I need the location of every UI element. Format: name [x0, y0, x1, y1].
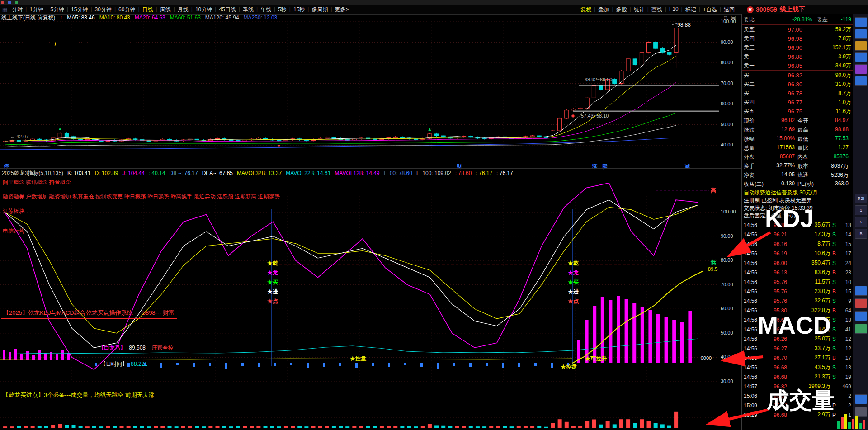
- volume-chart[interactable]: [0, 406, 741, 429]
- kongpan-marker-2: ★控盘: [561, 363, 577, 371]
- side-tool-icon[interactable]: [855, 41, 867, 51]
- bid-row[interactable]: 买一96.8290.0万: [742, 71, 853, 80]
- kdj-header-field: MAVOL32B: 13.37: [237, 170, 282, 176]
- period-item-5分钟[interactable]: 5分钟: [48, 6, 66, 14]
- period-item-5秒[interactable]: 5秒: [276, 6, 289, 14]
- tick-flag: S: [830, 364, 838, 371]
- side-tool-icon[interactable]: [855, 286, 867, 296]
- stat-row: 收益(二)0.130PE(动)363.0: [742, 180, 853, 189]
- bid-row[interactable]: 买四96.771.0万: [742, 98, 853, 107]
- concept-tags-1: 阿里概念 腾讯概念 抖音概念: [3, 179, 71, 186]
- ask-row[interactable]: 卖二96.883.9万: [742, 52, 853, 61]
- side-tool-icon[interactable]: [855, 394, 867, 404]
- stat-label: 涨跌: [744, 126, 755, 134]
- ask-row[interactable]: 卖一96.8534.9万: [742, 61, 853, 70]
- side-tool-icon[interactable]: [855, 29, 867, 39]
- tick-time: 14:56: [744, 279, 762, 285]
- volume-bar: [626, 419, 630, 428]
- star-signal-★买: ★买: [267, 279, 278, 286]
- side-tool-icon[interactable]: [855, 324, 867, 334]
- period-item-日线[interactable]: 日线: [140, 6, 156, 14]
- bid-row[interactable]: 买五96.7511.6万: [742, 107, 853, 116]
- kdj-header-field: MAVOL22B: 14.61: [286, 170, 330, 176]
- side-tool-icon[interactable]: [855, 17, 867, 27]
- tool-item-标记[interactable]: 标记: [683, 6, 698, 14]
- ma-legend-item: MA120: 45.94: [205, 14, 239, 21]
- side-tool-icon[interactable]: [855, 298, 867, 308]
- tick-time: 15:09: [744, 402, 762, 409]
- grid-icon[interactable]: ▦: [0, 6, 9, 13]
- tool-item-+自选[interactable]: +自选: [701, 6, 719, 14]
- period-item-45日线[interactable]: 45日线: [217, 6, 238, 14]
- kdj-indicator-chart[interactable]: [0, 169, 741, 406]
- comb-bar: [32, 355, 35, 360]
- volume-bar: [517, 426, 521, 428]
- tick-count: 17: [838, 250, 851, 257]
- volume-bar: [318, 426, 322, 428]
- period-item-月线[interactable]: 月线: [175, 6, 191, 14]
- side-tool-icon[interactable]: [855, 52, 867, 62]
- volume-bar: [366, 426, 370, 428]
- volume-bar: [345, 426, 349, 428]
- tool-item-多股[interactable]: 多股: [614, 6, 629, 14]
- tick-volume: 11.5万: [787, 278, 830, 286]
- tdx-trading-app: ▦ 分时|1分钟|5分钟|15分钟|30分钟|60分钟|日线|周线|月线|10分…: [0, 0, 868, 430]
- side-tool-icon[interactable]: [855, 64, 867, 74]
- tick-time: 14:56: [744, 260, 762, 266]
- side-tool-icon[interactable]: B: [855, 229, 867, 239]
- info-mine-strip: 停财涨腾减: [0, 162, 741, 169]
- side-tool-icon[interactable]: 1: [855, 205, 867, 215]
- period-item-60分钟[interactable]: 60分钟: [116, 6, 137, 14]
- subscription-ad[interactable]: 自动续费通达信普及版 30元/月: [742, 189, 853, 197]
- ask-row[interactable]: 卖五97.0059.2万: [742, 25, 853, 34]
- period-item-更多>[interactable]: 更多>: [333, 6, 351, 14]
- period-item-1分钟[interactable]: 1分钟: [27, 6, 46, 14]
- weibi-label: 委比: [744, 16, 755, 24]
- kongpan-marker: ★控盘: [350, 355, 366, 363]
- tick-flag: S: [830, 279, 838, 285]
- volume-pane[interactable]: [0, 406, 741, 429]
- kdj-indicator-pane[interactable]: 2025乾龙3指标(5,10,135)K: 103.41D: 102.89J: …: [0, 168, 741, 406]
- stock-quote-header[interactable]: R 300959 线上线下: [747, 5, 805, 14]
- period-item-10分钟[interactable]: 10分钟: [193, 6, 214, 14]
- tool-item-统计[interactable]: 统计: [632, 6, 647, 14]
- side-tool-icon[interactable]: [855, 311, 867, 321]
- tool-item-复权[interactable]: 复权: [578, 6, 594, 14]
- period-item-周线[interactable]: 周线: [158, 6, 173, 14]
- tool-item-画线[interactable]: 画线: [649, 6, 665, 14]
- period-item-30分钟[interactable]: 30分钟: [93, 6, 114, 14]
- comb-bar: [26, 351, 29, 360]
- macd-hist-bar: [593, 306, 596, 363]
- volume-bar: [58, 424, 62, 428]
- tick-trade-row: 14:5695.7611.5万S10: [742, 277, 853, 287]
- bid-row[interactable]: 买二96.8031.0万: [742, 80, 853, 89]
- period-item-15秒[interactable]: 15秒: [291, 6, 307, 14]
- tool-item-F10[interactable]: F10: [667, 6, 681, 14]
- tool-item-叠加[interactable]: 叠加: [596, 6, 611, 14]
- tool-item-退回[interactable]: 退回: [722, 6, 737, 14]
- zero-line-label: -0000: [699, 355, 712, 361]
- tick-time: 15:29: [744, 412, 762, 418]
- neg-bar: [176, 363, 179, 365]
- side-tool-icon[interactable]: 5: [855, 217, 867, 227]
- volume-bar: [503, 426, 507, 428]
- stat-value: 171563: [755, 144, 797, 152]
- volume-bar: [544, 427, 548, 428]
- period-item-季线[interactable]: 季线: [241, 6, 256, 14]
- volume-bar: [667, 426, 671, 428]
- period-item-分时[interactable]: 分时: [9, 6, 25, 14]
- volume-bar: [551, 423, 555, 428]
- tick-trade-row: 14:5695.7623.0万B15: [742, 287, 853, 296]
- volume-bar: [434, 425, 439, 428]
- side-tool-icon[interactable]: [855, 76, 867, 86]
- period-item-15分钟[interactable]: 15分钟: [69, 6, 90, 14]
- volume-bar: [99, 426, 103, 428]
- period-item-多周期[interactable]: 多周期: [309, 6, 330, 14]
- side-tool-icon[interactable]: RSI: [855, 194, 867, 203]
- ask-row[interactable]: 卖四96.987.8万: [742, 34, 853, 43]
- bid-row[interactable]: 买三96.788.7万: [742, 89, 853, 98]
- period-item-年线[interactable]: 年线: [258, 6, 274, 14]
- stat-label: 流通: [797, 171, 808, 179]
- ask-row[interactable]: 卖三96.90152.1万: [742, 43, 853, 52]
- tick-count: 17: [838, 355, 851, 361]
